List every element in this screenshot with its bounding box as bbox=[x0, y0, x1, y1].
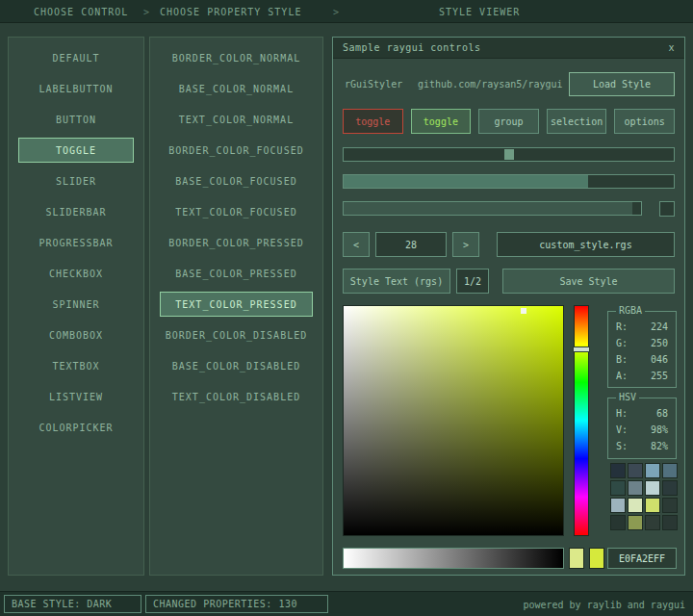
control-item-button[interactable]: BUTTON bbox=[18, 107, 134, 132]
color-swatch[interactable] bbox=[662, 463, 678, 478]
control-item-sliderbar[interactable]: SLIDERBAR bbox=[18, 199, 134, 224]
color-swatch[interactable] bbox=[645, 515, 660, 530]
hex-color-input[interactable]: E0FA2EFF bbox=[607, 548, 677, 569]
hue-slider[interactable] bbox=[574, 305, 589, 536]
load-style-button[interactable]: Load Style bbox=[569, 72, 675, 96]
sv-marker-icon[interactable] bbox=[521, 308, 526, 314]
color-picker-sv-area[interactable] bbox=[343, 305, 564, 536]
rguistyler-app: CHOOSE CONTROL > CHOOSE PROPERTY STYLE >… bbox=[0, 0, 693, 616]
controls-list-panel: DEFAULT LABELBUTTON BUTTON TOGGLE SLIDER… bbox=[8, 37, 144, 576]
hsv-s-value: 82% bbox=[651, 441, 668, 451]
color-swatch[interactable] bbox=[628, 480, 643, 496]
spinner-increment-button[interactable]: > bbox=[452, 232, 479, 257]
hsv-h-row: H: 68 bbox=[608, 405, 676, 422]
step-separator-icon: > bbox=[143, 6, 150, 16]
rgba-r-row: R: 224 bbox=[608, 319, 676, 335]
color-swatch[interactable] bbox=[628, 463, 643, 478]
rgba-group: RGBA R: 224 G: 250 B: 046 A: 255 bbox=[607, 311, 677, 388]
property-item-text-color-focused[interactable]: TEXT_COLOR_FOCUSED bbox=[160, 199, 313, 224]
hsv-s-row: S: 82% bbox=[608, 438, 676, 454]
powered-by-label: powered by raylib and raygui bbox=[523, 599, 685, 609]
sample-checkbox[interactable] bbox=[659, 201, 675, 217]
rgba-group-title: RGBA bbox=[616, 305, 645, 316]
property-item-base-color-normal[interactable]: BASE_COLOR_NORMAL bbox=[160, 76, 313, 101]
property-item-base-color-pressed[interactable]: BASE_COLOR_PRESSED bbox=[160, 261, 313, 286]
sliderbar-fill bbox=[344, 202, 632, 215]
step-separator-icon: > bbox=[333, 6, 340, 16]
color-swatch[interactable] bbox=[662, 498, 678, 513]
property-item-text-color-disabled[interactable]: TEXT_COLOR_DISABLED bbox=[160, 384, 313, 409]
hsv-v-row: V: 98% bbox=[608, 422, 676, 438]
toggle-button-options[interactable]: options bbox=[614, 109, 675, 134]
property-item-border-color-normal[interactable]: BORDER_COLOR_NORMAL bbox=[160, 45, 313, 70]
control-item-spinner[interactable]: SPINNER bbox=[18, 292, 134, 317]
sample-sliderbar[interactable] bbox=[343, 201, 642, 216]
hue-slider-handle[interactable] bbox=[573, 346, 590, 352]
color-swatch[interactable] bbox=[662, 515, 678, 530]
window-body: rGuiStyler github.com/raysan5/raygui Loa… bbox=[333, 59, 684, 575]
save-style-button[interactable]: Save Style bbox=[502, 269, 675, 294]
hsv-v-label: V: bbox=[616, 424, 628, 435]
control-item-listview[interactable]: LISTVIEW bbox=[18, 384, 134, 409]
step-style-viewer: STYLE VIEWER bbox=[439, 6, 520, 16]
hsv-group-title: HSV bbox=[616, 392, 639, 402]
toggle-button-selection[interactable]: selection bbox=[547, 109, 607, 134]
control-item-checkbox[interactable]: CHECKBOX bbox=[18, 261, 134, 286]
color-swatch[interactable] bbox=[645, 480, 660, 496]
property-item-base-color-disabled[interactable]: BASE_COLOR_DISABLED bbox=[160, 353, 313, 378]
rgba-b-row: B: 046 bbox=[608, 351, 676, 368]
rgba-a-row: A: 255 bbox=[608, 368, 676, 384]
control-item-toggle[interactable]: TOGGLE bbox=[18, 138, 134, 163]
color-swatch[interactable] bbox=[628, 515, 643, 530]
style-viewer-window: Sample raygui controls x rGuiStyler gith… bbox=[332, 37, 685, 576]
app-name-label: rGuiStyler bbox=[345, 79, 402, 90]
color-swatch[interactable] bbox=[662, 480, 678, 496]
control-item-combobox[interactable]: COMBOBOX bbox=[18, 322, 134, 347]
control-item-slider[interactable]: SLIDER bbox=[18, 168, 134, 193]
spinner-decrement-button[interactable]: < bbox=[343, 232, 370, 257]
sample-slider[interactable] bbox=[343, 147, 675, 162]
slider-handle[interactable] bbox=[504, 149, 514, 160]
property-item-border-color-disabled[interactable]: BORDER_COLOR_DISABLED bbox=[160, 322, 313, 347]
property-item-border-color-focused[interactable]: BORDER_COLOR_FOCUSED bbox=[160, 138, 313, 163]
color-swatch[interactable] bbox=[610, 480, 626, 496]
control-item-default[interactable]: DEFAULT bbox=[18, 45, 134, 70]
control-item-textbox[interactable]: TEXTBOX bbox=[18, 353, 134, 378]
rgba-a-label: A: bbox=[616, 371, 628, 381]
color-swatch[interactable] bbox=[610, 463, 626, 478]
property-item-base-color-focused[interactable]: BASE_COLOR_FOCUSED bbox=[160, 168, 313, 193]
toggle-button-group[interactable]: group bbox=[478, 109, 539, 134]
window-title-bar[interactable]: Sample raygui controls x bbox=[333, 38, 684, 59]
close-icon[interactable]: x bbox=[668, 42, 675, 53]
property-item-border-color-pressed[interactable]: BORDER_COLOR_PRESSED bbox=[160, 230, 313, 255]
style-text-button[interactable]: Style Text (rgs) bbox=[343, 269, 450, 294]
color-swatch[interactable] bbox=[628, 498, 643, 513]
spinner-value-box[interactable]: 28 bbox=[375, 232, 447, 257]
current-color-light-swatch[interactable] bbox=[569, 548, 584, 569]
color-swatch[interactable] bbox=[645, 498, 660, 513]
control-item-colorpicker[interactable]: COLORPICKER bbox=[18, 415, 134, 440]
grayscale-bar[interactable] bbox=[343, 548, 564, 569]
rgba-g-label: G: bbox=[616, 338, 628, 348]
rgba-a-value: 255 bbox=[651, 371, 668, 381]
toggle-group: toggle toggle group selection options bbox=[343, 109, 675, 134]
base-style-box[interactable]: BASE STYLE: DARK bbox=[4, 595, 141, 613]
current-color-swatch[interactable] bbox=[589, 548, 604, 569]
color-swatch[interactable] bbox=[645, 463, 660, 478]
filename-input[interactable]: custom_style.rgs bbox=[497, 232, 675, 257]
toggle-button-active[interactable]: toggle bbox=[411, 109, 472, 134]
control-item-progressbar[interactable]: PROGRESSBAR bbox=[18, 230, 134, 255]
hsv-v-value: 98% bbox=[651, 424, 668, 435]
rgba-g-value: 250 bbox=[651, 338, 668, 348]
repo-link[interactable]: github.com/raysan5/raygui bbox=[418, 79, 563, 90]
color-swatch[interactable] bbox=[610, 515, 626, 530]
control-item-labelbutton[interactable]: LABELBUTTON bbox=[18, 76, 134, 101]
property-item-text-color-normal[interactable]: TEXT_COLOR_NORMAL bbox=[160, 107, 313, 132]
property-item-text-color-pressed[interactable]: TEXT_COLOR_PRESSED bbox=[160, 292, 313, 317]
sample-progressbar bbox=[343, 174, 675, 189]
page-indicator[interactable]: 1/2 bbox=[456, 269, 489, 294]
color-swatch[interactable] bbox=[610, 498, 626, 513]
rgba-b-value: 046 bbox=[651, 354, 668, 365]
hsv-group: HSV H: 68 V: 98% S: 82% bbox=[607, 398, 677, 459]
toggle-button-pressed-red[interactable]: toggle bbox=[343, 109, 403, 134]
